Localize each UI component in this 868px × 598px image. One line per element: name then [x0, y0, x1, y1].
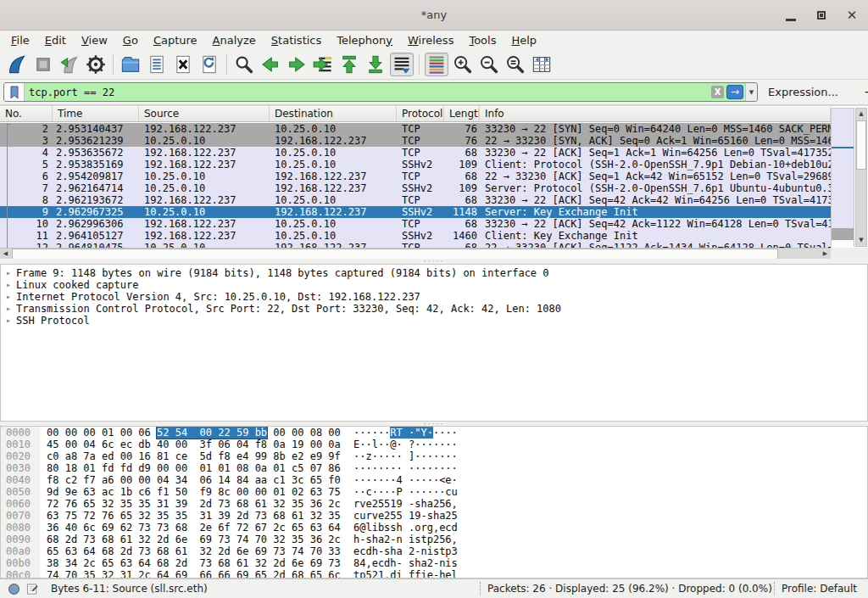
packet-list-vertical-scrollbar[interactable]: ▲ ▼ — [855, 108, 867, 247]
detail-tcp[interactable]: ▸Transmission Control Protocol, Src Port… — [1, 303, 867, 315]
column-header-source[interactable]: Source — [139, 106, 270, 121]
close-button[interactable]: ✕ — [843, 6, 861, 25]
expert-info-icon[interactable] — [8, 584, 19, 595]
packet-row-6[interactable]: 62.95420981710.25.0.10192.168.122.237TCP… — [0, 170, 831, 182]
menu-statistics[interactable]: Statistics — [264, 32, 329, 48]
menu-wireless[interactable]: Wireless — [400, 32, 461, 48]
hex-row-0060[interactable]: 006072 76 65 32 35 35 31 39 2d 73 68 61 … — [1, 498, 867, 510]
reload-button[interactable] — [198, 53, 221, 76]
resize-columns-button[interactable] — [530, 53, 554, 76]
minimize-button[interactable] — [782, 6, 800, 25]
go-to-packet-button[interactable] — [311, 53, 335, 76]
expand-arrow-icon[interactable]: ▸ — [1, 315, 16, 327]
filter-bookmark-button[interactable] — [4, 83, 25, 101]
hex-row-0050[interactable]: 00509d 9e 63 ac 1b c6 f1 50 f9 8c 00 00 … — [1, 486, 867, 498]
filter-apply-button[interactable]: → — [726, 85, 743, 99]
go-last-button[interactable] — [364, 53, 387, 76]
go-forward-button[interactable] — [285, 53, 309, 76]
packet-row-12[interactable]: 122.96481047510.25.0.10192.168.122.237TC… — [0, 242, 831, 248]
vertical-scroll-thumb[interactable] — [856, 120, 866, 170]
hex-row-00c0[interactable]: 00c074 70 35 32 31 2c 64 69 66 66 69 65 … — [1, 569, 867, 578]
hex-row-00b0[interactable]: 00b038 34 2c 65 63 64 68 2d 73 68 61 32 … — [1, 557, 867, 569]
packet-list-horizontal-scrollbar[interactable]: ◀ ▶ — [0, 248, 831, 260]
scroll-down-arrow[interactable]: ▼ — [856, 235, 866, 246]
packet-row-2[interactable]: 22.953140437192.168.122.23710.25.0.10TCP… — [0, 123, 831, 135]
filter-add-button[interactable]: + — [859, 85, 868, 100]
packet-row-5[interactable]: 52.953835169192.168.122.23710.25.0.10SSH… — [0, 159, 831, 170]
file-save-button[interactable] — [145, 53, 169, 76]
hex-row-0010[interactable]: 001045 00 04 6c ec db 40 00 3f 06 04 f8 … — [1, 439, 867, 450]
detail-ssh[interactable]: ▸SSH Protocol — [1, 315, 867, 327]
arrow-left-icon — [260, 54, 281, 75]
resize-columns-icon — [531, 54, 552, 75]
filter-dropdown-button[interactable]: ▼ — [745, 83, 757, 101]
maximize-button[interactable] — [812, 6, 831, 25]
status-profile[interactable]: Profile: Default — [782, 583, 857, 595]
splitter-grip: ····· — [424, 260, 444, 263]
menu-file[interactable]: File — [3, 32, 37, 48]
capture-comment-icon[interactable] — [26, 583, 39, 595]
hex-row-00a0[interactable]: 00a065 63 64 68 2d 73 68 61 32 2d 6e 69 … — [1, 545, 867, 557]
filter-clear-button[interactable]: X — [711, 86, 724, 98]
menu-edit[interactable]: Edit — [37, 32, 74, 48]
scroll-up-arrow[interactable]: ▲ — [856, 109, 866, 120]
packet-row-7[interactable]: 72.96216471410.25.0.10192.168.122.237SSH… — [0, 182, 831, 194]
menu-go[interactable]: Go — [115, 32, 146, 48]
menu-help[interactable]: Help — [504, 32, 544, 48]
column-header-info[interactable]: Info — [480, 106, 831, 121]
go-first-button[interactable] — [337, 53, 361, 76]
highlighted-bytes[interactable]: 52 54 00 22 59 bb — [157, 427, 267, 439]
highlighted-ascii[interactable]: RT ·"Y· — [390, 427, 433, 439]
expand-arrow-icon[interactable]: ▸ — [1, 291, 16, 303]
hex-row-0040[interactable]: 0040f8 c2 f7 a6 00 00 04 34 06 14 84 aa … — [1, 474, 867, 486]
menu-analyze[interactable]: Analyze — [205, 32, 264, 48]
column-header-protocol[interactable]: Protocol — [397, 106, 444, 121]
hex-bytes[interactable]: 00 00 00 01 00 06 52 54 00 22 59 bb 00 0… — [40, 427, 348, 439]
detail-ip[interactable]: ▸Internet Protocol Version 4, Src: 10.25… — [1, 291, 867, 303]
find-packet-button[interactable] — [232, 53, 256, 76]
column-header-length[interactable]: Length — [444, 106, 480, 121]
minimap-white-block — [832, 240, 854, 247]
detail-frame[interactable]: ▸Frame 9: 1148 bytes on wire (9184 bits)… — [1, 267, 867, 279]
hex-row-0020[interactable]: 0020c0 a8 7a ed 00 16 81 ce 5d f8 e4 99 … — [1, 450, 867, 462]
expand-arrow-icon[interactable]: ▸ — [1, 267, 16, 279]
intelligent-scrollbar-minimap[interactable] — [831, 108, 854, 247]
hex-row-0090[interactable]: 009068 2d 73 68 61 32 2d 6e 69 73 74 70 … — [1, 534, 867, 545]
menu-tools[interactable]: Tools — [461, 32, 504, 48]
colorize-button[interactable] — [425, 53, 448, 76]
expression-button[interactable]: Expression... — [768, 86, 838, 98]
column-header-no[interactable]: No. — [0, 106, 53, 121]
capture-restart-button[interactable] — [58, 53, 81, 76]
packet-row-11[interactable]: 112.964105127192.168.122.23710.25.0.10SS… — [0, 230, 831, 242]
capture-options-button[interactable] — [84, 53, 108, 76]
hex-ascii[interactable]: ······RT ·"Y····· — [348, 427, 458, 439]
zoom-reset-button[interactable] — [504, 53, 527, 76]
hex-row-0030[interactable]: 003080 18 01 fd fd d9 00 00 01 01 08 0a … — [1, 462, 867, 474]
hex-row-0080[interactable]: 008036 40 6c 69 62 73 73 68 2e 6f 72 67 … — [1, 522, 867, 534]
menu-view[interactable]: View — [74, 32, 115, 48]
go-back-button[interactable] — [259, 53, 282, 76]
packet-row-9-selected[interactable]: 92.96296732510.25.0.10192.168.122.237SSH… — [0, 206, 831, 218]
packet-row-3[interactable]: 32.95362123910.25.0.10192.168.122.237TCP… — [0, 135, 831, 147]
detail-linux-cooked[interactable]: ▸Linux cooked capture — [1, 279, 867, 291]
packet-row-10[interactable]: 102.962996306192.168.122.23710.25.0.10TC… — [0, 218, 831, 230]
hex-row-0000[interactable]: 0000 00 00 00 01 00 06 52 54 00 22 59 bb… — [1, 427, 867, 439]
zoom-out-button[interactable] — [477, 53, 501, 76]
expand-arrow-icon[interactable]: ▸ — [1, 279, 16, 291]
capture-stop-button[interactable] — [31, 53, 55, 76]
column-header-time[interactable]: Time — [53, 106, 139, 121]
menu-capture[interactable]: Capture — [146, 32, 205, 48]
display-filter-input[interactable]: tcp.port == 22 X → ▼ — [3, 82, 758, 102]
file-open-button[interactable] — [119, 53, 142, 76]
capture-start-button[interactable] — [5, 53, 29, 76]
zoom-in-button[interactable] — [451, 53, 475, 76]
column-header-destination[interactable]: Destination — [270, 106, 397, 121]
filter-value[interactable]: tcp.port == 22 — [25, 87, 711, 98]
file-close-button[interactable] — [171, 53, 195, 76]
expand-arrow-icon[interactable]: ▸ — [1, 303, 16, 315]
auto-scroll-button[interactable] — [390, 53, 414, 76]
packet-row-8[interactable]: 82.962193672192.168.122.23710.25.0.10TCP… — [0, 194, 831, 206]
packet-row-4[interactable]: 42.953635672192.168.122.23710.25.0.10TCP… — [0, 147, 831, 159]
menu-telephony[interactable]: Telephony — [329, 32, 400, 48]
hex-row-0070[interactable]: 007063 75 72 76 65 32 35 35 31 39 2d 73 … — [1, 510, 867, 522]
